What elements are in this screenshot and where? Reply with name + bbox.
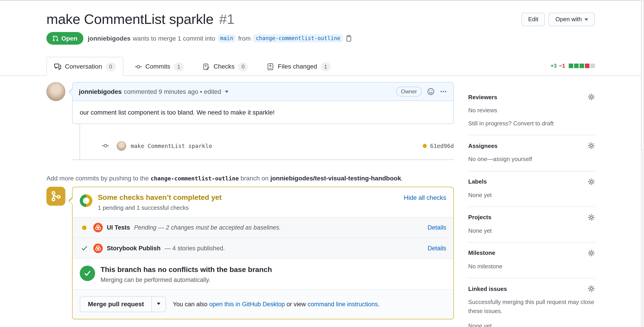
merge-pull-request-button[interactable]: Merge pull request	[80, 297, 152, 312]
tab-checks[interactable]: Checks 0	[195, 57, 256, 76]
sidebar-section-labels: Labels None yet	[468, 171, 595, 207]
also-text-1: You can also	[173, 301, 208, 307]
avatar[interactable]	[46, 82, 65, 101]
edit-button[interactable]: Edit	[522, 13, 545, 26]
title-row: make CommentList sparkle #1 Edit Open wi…	[46, 11, 595, 28]
tab-conversation-label: Conversation	[65, 62, 102, 71]
diffstat: +3 −1	[550, 63, 595, 75]
add-more-middle: branch on	[240, 175, 268, 182]
scrollbar-thumb[interactable]	[641, 1, 644, 150]
base-branch-chip[interactable]: main	[218, 34, 236, 42]
commit-sha[interactable]: 61ed96d	[430, 142, 454, 149]
comment-meta: commented 9 minutes ago • edited	[124, 88, 221, 95]
check-row-ui-tests: UI Tests Pending — 2 changes must be acc…	[72, 217, 453, 238]
pr-number: #1	[219, 11, 234, 27]
diff-block-added	[569, 64, 573, 68]
tab-commits[interactable]: Commits 1	[127, 57, 191, 76]
section-head: Assignees	[468, 142, 595, 150]
commit-message[interactable]: make CommentList sparkle	[131, 142, 212, 149]
commit-row: make CommentList sparkle 61ed96d	[72, 140, 454, 151]
edit-history-caret-icon[interactable]	[225, 90, 228, 95]
convert-to-draft-text: Still in progress? Convert to draft	[468, 119, 595, 128]
tab-files-changed[interactable]: Files changed 1	[259, 57, 338, 76]
section-line: None yet	[468, 191, 595, 200]
merge-alternatives-text: You can also open this in GitHub Desktop…	[173, 301, 380, 307]
check-circle-icon	[80, 266, 95, 281]
gear-icon[interactable]	[588, 249, 595, 257]
commit-author-avatar[interactable]	[117, 141, 126, 150]
check-name: Storybook Publish	[107, 244, 161, 253]
page-title: make CommentList sparkle #1	[46, 11, 234, 28]
add-more-branch: change-commentlist-outline	[150, 175, 239, 182]
pr-author[interactable]: jonniebigodes	[88, 35, 131, 42]
tab-checks-label: Checks	[214, 62, 234, 71]
linked-issues-description: Successfully merging this pull request m…	[468, 298, 595, 316]
chromatic-logo-icon	[93, 223, 103, 232]
section-head: Linked issues	[468, 285, 595, 292]
diff-block-added	[580, 64, 584, 68]
check-row-storybook-publish: Storybook Publish — 4 stories published.…	[72, 238, 453, 258]
scrollbar-track[interactable]	[641, 0, 644, 327]
chromatic-logo-icon	[93, 243, 103, 253]
pending-dot-icon	[80, 225, 89, 230]
section-line: No reviews	[468, 106, 595, 115]
gear-icon[interactable]	[588, 178, 595, 185]
command-line-link[interactable]: command line instructions	[308, 301, 378, 307]
checks-donut	[80, 194, 92, 207]
chevron-down-icon	[157, 303, 161, 307]
comment-header-actions: Owner	[396, 87, 447, 97]
sidebar-section-reviewers: Reviewers No reviews Still in progress? …	[468, 93, 595, 136]
also-text-3: .	[378, 301, 380, 307]
conflict-section: This branch has no conflicts with the ba…	[72, 258, 453, 289]
merge-widget: Some checks haven’t completed yet 1 pend…	[46, 187, 454, 319]
sidebar: Reviewers No reviews Still in progress? …	[468, 82, 595, 327]
conversation-main: jonniebigodes commented 9 minutes ago • …	[46, 82, 454, 319]
also-text-2: or view	[286, 301, 306, 307]
comment: jonniebigodes commented 9 minutes ago • …	[72, 82, 454, 124]
gear-icon[interactable]	[588, 142, 595, 150]
sidebar-section-projects: Projects None yet	[468, 207, 595, 243]
github-desktop-link[interactable]: open this in GitHub Desktop	[209, 301, 285, 307]
section-title: Assignees	[468, 143, 498, 149]
comment-header: jonniebigodes commented 9 minutes ago • …	[72, 83, 453, 101]
pr-tabs: Conversation 0 Commits 1 Checks 0 Files …	[0, 57, 644, 76]
gear-icon[interactable]	[588, 214, 595, 221]
tab-files-changed-label: Files changed	[278, 62, 317, 71]
details-link[interactable]: Details	[428, 223, 446, 232]
open-with-button[interactable]: Open with	[549, 13, 595, 26]
merge-text-2: from	[238, 35, 251, 42]
emoji-reaction-icon[interactable]	[427, 88, 434, 95]
hide-all-checks-link[interactable]: Hide all checks	[404, 193, 446, 202]
diff-block-added	[574, 64, 579, 68]
diff-block-neutral	[590, 64, 595, 68]
pr-page: make CommentList sparkle #1 Edit Open wi…	[0, 0, 644, 327]
section-title: Reviewers	[468, 94, 497, 100]
checks-titles: Some checks haven’t completed yet 1 pend…	[98, 193, 222, 211]
section-line: None yet	[468, 226, 595, 235]
checklist-icon	[202, 63, 210, 70]
head-branch-chip[interactable]: change-commentlist-outline	[253, 34, 343, 42]
details-link[interactable]: Details	[428, 244, 446, 253]
git-branch-icon	[46, 187, 65, 206]
git-pull-request-icon	[52, 35, 58, 42]
merge-options-caret[interactable]	[152, 297, 166, 312]
checks-header: Some checks haven’t completed yet 1 pend…	[72, 187, 453, 217]
commit-status: 61ed96d	[423, 142, 454, 149]
gear-icon[interactable]	[588, 93, 595, 101]
comment-author[interactable]: jonniebigodes	[79, 88, 122, 95]
check-name: UI Tests	[107, 223, 130, 232]
pr-title-text: make CommentList sparkle	[46, 11, 214, 27]
section-head: Labels	[468, 178, 595, 185]
section-line: No milestone	[468, 262, 595, 271]
section-line: None yet	[468, 322, 595, 327]
section-head: Projects	[468, 214, 595, 221]
gear-icon[interactable]	[588, 285, 595, 292]
kebab-menu-icon[interactable]	[440, 88, 447, 95]
copy-branch-icon[interactable]	[346, 35, 353, 42]
tab-conversation[interactable]: Conversation 0	[46, 57, 123, 76]
pending-status-dot[interactable]	[423, 144, 427, 148]
tab-files-changed-count: 1	[321, 62, 330, 71]
owner-badge: Owner	[396, 87, 422, 97]
sidebar-section-linked-issues: Linked issues Successfully merging this …	[468, 278, 595, 327]
sidebar-section-assignees: Assignees No one—assign yourself	[468, 136, 595, 171]
